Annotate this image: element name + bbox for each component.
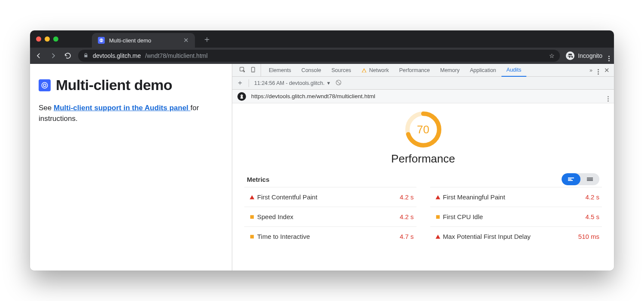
toggle-expanded-icon (580, 173, 599, 185)
metric-row[interactable]: Speed Index4.2 s (244, 207, 416, 226)
close-window-button[interactable] (36, 36, 41, 42)
devtools-close-button[interactable]: ✕ (604, 66, 610, 74)
browser-toolbar: devtools.glitch.me/wndt78/multiclient.ht… (30, 48, 614, 64)
metrics-heading: Metrics (247, 176, 270, 183)
inspect-element-button[interactable] (239, 66, 246, 74)
svg-point-0 (100, 39, 103, 42)
forward-button[interactable] (49, 52, 58, 60)
metric-value: 4.2 s (400, 193, 414, 201)
devtools-tabstrip: ElementsConsoleSourcesNetworkPerformance… (232, 64, 614, 77)
svg-rect-6 (364, 71, 364, 72)
incognito-indicator[interactable]: Incognito (566, 51, 602, 60)
audit-options-button[interactable] (608, 91, 609, 102)
devtools-tab-application[interactable]: Application (465, 64, 501, 76)
page-paragraph: See Multi-client support in the Audits p… (39, 103, 223, 124)
incognito-label: Incognito (578, 52, 602, 59)
devtools-tab-elements[interactable]: Elements (264, 64, 296, 76)
incognito-icon (566, 51, 574, 60)
audits-panel-link[interactable]: Multi-client support in the Audits panel (54, 104, 191, 112)
devtools-tab-memory[interactable]: Memory (435, 64, 465, 76)
metric-label: Max Potential First Input Delay (443, 233, 531, 240)
new-tab-button[interactable]: ＋ (203, 33, 211, 45)
address-bar[interactable]: devtools.glitch.me/wndt78/multiclient.ht… (78, 50, 560, 62)
devtools-tab-network[interactable]: Network (356, 64, 394, 76)
metric-value: 4.7 s (400, 233, 414, 240)
svg-point-2 (43, 84, 46, 87)
svg-rect-10 (250, 215, 254, 218)
chevron-down-icon: ▾ (327, 80, 330, 86)
metric-label: First Contentful Paint (257, 193, 317, 201)
metric-label: First CPU Idle (443, 213, 483, 220)
metric-label: Time to Interactive (257, 233, 310, 240)
metric-row[interactable]: First Contentful Paint4.2 s (244, 187, 416, 207)
devtools-panel: ElementsConsoleSourcesNetworkPerformance… (232, 64, 614, 271)
metric-value: 4.5 s (585, 213, 599, 220)
metric-label: Speed Index (257, 213, 293, 220)
svg-rect-11 (436, 215, 439, 218)
bookmark-star-button[interactable]: ☆ (549, 52, 555, 59)
audit-run-dropdown[interactable]: 11:24:56 AM - devtools.glitch. ▾ (254, 80, 330, 86)
back-button[interactable] (34, 52, 43, 60)
metric-value: 4.2 s (585, 193, 599, 201)
page-logo-icon (39, 79, 51, 91)
minimize-window-button[interactable] (45, 36, 50, 42)
reload-button[interactable] (64, 52, 72, 60)
page-title: Multi-client demo (56, 77, 172, 93)
metric-row[interactable]: Time to Interactive4.7 s (244, 226, 416, 246)
metric-row[interactable]: First CPU Idle4.5 s (430, 207, 602, 226)
triangle-icon (433, 234, 443, 239)
content-area: Multi-client demo See Multi-client suppo… (30, 64, 614, 271)
metrics-view-toggle[interactable] (562, 173, 599, 185)
maximize-window-button[interactable] (53, 36, 58, 42)
metric-row[interactable]: Max Potential First Input Delay510 ms (430, 226, 602, 246)
audits-toolbar: ＋ 11:24:56 AM - devtools.glitch. ▾ (232, 77, 614, 90)
audit-report: 70 Performance Metrics (232, 103, 614, 271)
svg-rect-5 (364, 70, 364, 71)
browser-menu-button[interactable] (608, 50, 610, 61)
metric-value: 510 ms (578, 233, 599, 240)
lighthouse-icon (237, 92, 246, 101)
devtools-tab-audits[interactable]: Audits (501, 64, 527, 77)
url-host: devtools.glitch.me (93, 52, 141, 59)
devtools-tab-performance[interactable]: Performance (394, 64, 435, 76)
window-controls (36, 36, 58, 42)
new-audit-button[interactable]: ＋ (237, 78, 243, 87)
square-icon (247, 214, 257, 220)
metric-row[interactable]: First Meaningful Paint4.2 s (430, 187, 602, 207)
audit-run-label: 11:24:56 AM - devtools.glitch. (254, 80, 325, 86)
lock-icon (83, 53, 88, 59)
square-icon (247, 234, 257, 239)
triangle-icon (247, 195, 257, 200)
svg-point-1 (42, 82, 48, 88)
performance-heading: Performance (391, 152, 455, 166)
webpage-viewport: Multi-client demo See Multi-client suppo… (30, 64, 232, 271)
metric-value: 4.2 s (400, 213, 414, 220)
titlebar: Multi-client demo ✕ ＋ (30, 30, 614, 48)
metric-label: First Meaningful Paint (443, 193, 505, 201)
triangle-icon (433, 195, 443, 200)
tab-close-button[interactable]: ✕ (183, 36, 189, 44)
devtools-tab-sources[interactable]: Sources (326, 64, 356, 76)
devtools-tab-console[interactable]: Console (296, 64, 326, 76)
performance-score: 70 (405, 111, 442, 148)
toggle-compact-icon (562, 173, 580, 185)
performance-gauge: 70 (405, 111, 442, 148)
browser-tab[interactable]: Multi-client demo ✕ (92, 33, 195, 48)
device-mode-button[interactable] (250, 66, 256, 74)
more-tabs-button[interactable] (589, 67, 592, 73)
clear-audits-button[interactable] (335, 79, 342, 87)
tab-title: Multi-client demo (109, 37, 151, 44)
square-icon (433, 214, 443, 220)
url-path: /wndt78/multiclient.html (145, 52, 208, 59)
browser-window: Multi-client demo ✕ ＋ devtools.glitch.me… (30, 30, 614, 271)
devtools-menu-button[interactable] (598, 66, 599, 75)
audit-url-bar: https://devtools.glitch.me/wndt78/multic… (232, 90, 614, 103)
svg-rect-12 (250, 235, 254, 238)
page-text-pre: See (39, 104, 54, 112)
favicon-icon (98, 37, 105, 44)
audit-url-text: https://devtools.glitch.me/wndt78/multic… (251, 93, 375, 99)
